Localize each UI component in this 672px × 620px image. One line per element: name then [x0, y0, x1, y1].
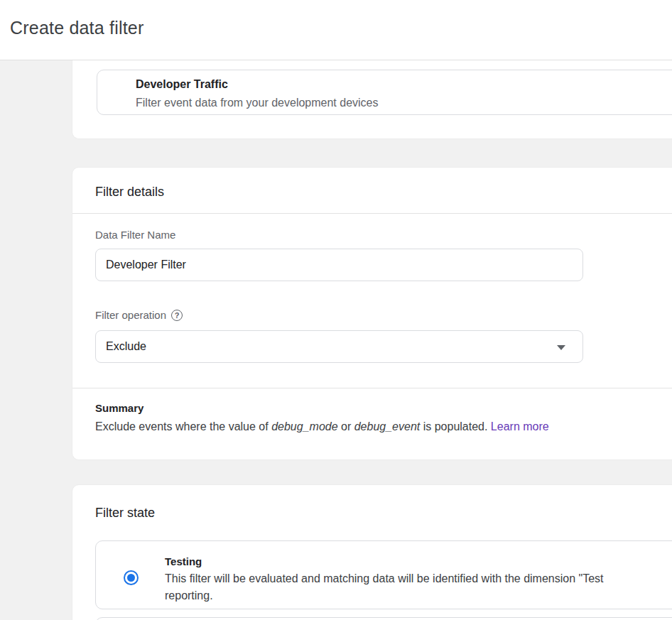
- filter-type-option-developer-traffic[interactable]: Developer Traffic Filter event data from…: [97, 70, 672, 115]
- filter-operation-label: Filter operation ?: [95, 309, 183, 321]
- divider: [72, 388, 672, 388]
- testing-option-description-line1: This filter will be evaluated and matchi…: [165, 570, 604, 587]
- summary-text-prefix: Exclude events where the value of: [95, 420, 271, 433]
- testing-option-text: Testing This filter will be evaluated an…: [165, 553, 604, 604]
- filter-operation-label-text: Filter operation: [95, 309, 166, 321]
- testing-radio-selected[interactable]: [124, 570, 139, 585]
- filter-type-title: Developer Traffic: [136, 78, 228, 91]
- testing-option-title: Testing: [165, 553, 604, 570]
- page-header: Create data filter: [0, 0, 672, 60]
- page-title: Create data filter: [10, 18, 143, 38]
- summary-param-debug-event: debug_event: [354, 420, 421, 433]
- filter-type-description: Filter event data from your development …: [136, 97, 379, 109]
- chevron-down-icon: [557, 345, 565, 350]
- filter-state-heading: Filter state: [95, 506, 155, 521]
- filter-state-card: Filter state Testing This filter will be…: [72, 484, 672, 620]
- filter-type-card: Developer Traffic Filter event data from…: [72, 60, 672, 139]
- learn-more-link[interactable]: Learn more: [491, 420, 549, 433]
- summary-text-mid: or: [338, 420, 354, 433]
- summary-text-suffix: is populated.: [420, 420, 491, 433]
- summary-param-debug-mode: debug_mode: [271, 420, 337, 433]
- radio-dot: [127, 574, 135, 582]
- help-icon[interactable]: ?: [171, 310, 183, 321]
- divider: [72, 213, 672, 214]
- filter-state-option-testing[interactable]: Testing This filter will be evaluated an…: [95, 540, 672, 609]
- filter-details-heading: Filter details: [95, 185, 164, 200]
- filter-operation-value: Exclude: [106, 340, 146, 353]
- create-data-filter-page: Create data filter Developer Traffic Fil…: [0, 0, 672, 620]
- filter-state-option-2[interactable]: [95, 617, 672, 620]
- summary-text: Exclude events where the value of debug_…: [95, 420, 549, 433]
- filter-operation-select[interactable]: Exclude: [95, 330, 583, 363]
- filter-details-card: Filter details Data Filter Name Filter o…: [72, 167, 672, 460]
- data-filter-name-input[interactable]: [95, 249, 583, 281]
- summary-heading: Summary: [95, 402, 143, 414]
- data-filter-name-label: Data Filter Name: [95, 229, 175, 241]
- testing-option-description-line2: reporting.: [165, 587, 604, 604]
